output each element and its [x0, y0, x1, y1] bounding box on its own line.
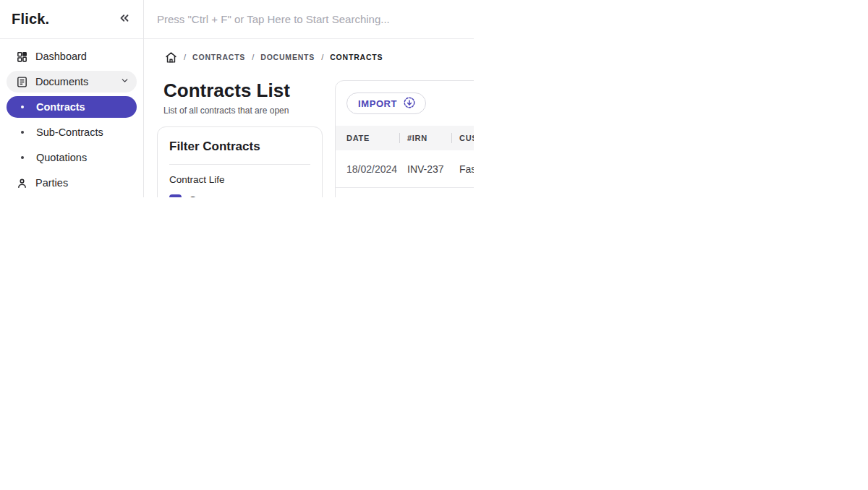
cell-value: Fashion: [459, 163, 495, 175]
checkbox-checked-icon[interactable]: [169, 194, 182, 207]
cell-customer: Fashion: [451, 150, 739, 187]
sidebar-item-quotations[interactable]: Quotations: [7, 147, 137, 168]
dashboard-icon: [15, 50, 28, 63]
search-input[interactable]: Press "Ctrl + F" or Tap Here to Start Se…: [144, 0, 868, 39]
bullet-icon: [21, 106, 24, 108]
breadcrumb-item-documents[interactable]: DOCUMENTS: [260, 53, 315, 61]
breadcrumb-item-current: CONTRACTS: [330, 53, 383, 61]
sidebar-item-label: Dashboard: [35, 51, 87, 62]
breadcrumb-item-contracts[interactable]: CONTRACTS: [192, 53, 245, 61]
breadcrumb-separator: /: [321, 53, 323, 61]
cell-irn: INV-237: [399, 150, 451, 187]
filter-open-label: Open: [189, 194, 214, 206]
cell-value: INV-237: [407, 163, 444, 175]
main-area: Press "Ctrl + F" or Tap Here to Start Se…: [144, 0, 868, 490]
sidebar-item-label: Sub-Contracts: [36, 126, 103, 138]
column-header-label: CUSTOMER: [459, 134, 509, 142]
sidebar-item-parties[interactable]: Parties: [7, 172, 137, 194]
sidebar-item-dashboard[interactable]: Dashboard: [7, 46, 137, 67]
breadcrumb-separator: /: [252, 53, 254, 61]
filter-panel: Filter Contracts Contract Life Open: [157, 126, 323, 249]
search-placeholder: Press "Ctrl + F" or Tap Here to Start Se…: [157, 13, 390, 25]
double-chevron-left-icon: [118, 12, 131, 27]
import-button-label: IMPORT: [358, 98, 397, 109]
bullet-icon: [21, 131, 24, 134]
home-icon[interactable]: [165, 51, 177, 64]
cell-value: 18/02/2024: [346, 163, 397, 175]
sidebar-item-sub-contracts[interactable]: Sub-Contracts: [7, 121, 137, 143]
app-rendered-region: Flick.: [0, 0, 868, 490]
filter-open-checkbox-row[interactable]: Open: [169, 194, 310, 207]
import-button[interactable]: IMPORT: [346, 93, 426, 114]
column-header-label: DATE: [346, 134, 370, 142]
breadcrumb: / CONTRACTS / DOCUMENTS / CONTRACTS: [165, 51, 868, 64]
sidebar: Flick.: [0, 0, 144, 490]
sidebar-item-documents[interactable]: Documents: [7, 71, 137, 93]
bullet-icon: [21, 156, 24, 159]
cell-date: 18/02/2024: [336, 150, 399, 187]
document-icon: [15, 75, 28, 88]
right-column: IMPORT DATE: [335, 80, 868, 384]
left-column: Contracts List List of all contracts tha…: [157, 80, 323, 384]
column-header-irn[interactable]: #IRN: [399, 126, 451, 150]
page-content: / CONTRACTS / DOCUMENTS / CONTRACTS Cont…: [144, 39, 868, 490]
sidebar-item-label: Quotations: [36, 152, 87, 163]
sidebar-item-contracts[interactable]: Contracts: [7, 96, 137, 118]
app-logo: Flick.: [12, 11, 49, 27]
column-header-date[interactable]: DATE: [336, 126, 399, 150]
sidebar-collapse-button[interactable]: [116, 11, 133, 28]
table-header-row: DATE #IRN CUSTOMER: [336, 126, 739, 150]
column-header-label: #IRN: [407, 134, 427, 142]
sidebar-header: Flick.: [0, 0, 143, 39]
chevron-down-icon: [120, 76, 129, 87]
page-title: Contracts List: [163, 80, 323, 102]
sidebar-nav: Dashboard Documents: [0, 39, 143, 197]
table-row[interactable]: 18/02/2024 INV-237 Fashion: [336, 150, 739, 188]
content-columns: Contracts List List of all contracts tha…: [157, 80, 868, 384]
app-viewport: Flick.: [0, 0, 868, 490]
download-icon: [403, 96, 416, 111]
breadcrumb-separator: /: [184, 53, 186, 61]
filter-panel-title: Filter Contracts: [169, 139, 310, 154]
divider: [169, 164, 310, 165]
sidebar-item-label: Contracts: [36, 101, 85, 113]
person-icon: [15, 176, 28, 189]
column-header-customer[interactable]: CUSTOMER: [451, 126, 739, 150]
sidebar-item-label: Documents: [35, 76, 88, 87]
contracts-table-panel: IMPORT DATE: [335, 80, 740, 384]
sidebar-item-label: Parties: [35, 177, 68, 189]
page-subtitle: List of all contracts that are open: [163, 106, 323, 116]
filter-section-label: Contract Life: [169, 174, 310, 185]
